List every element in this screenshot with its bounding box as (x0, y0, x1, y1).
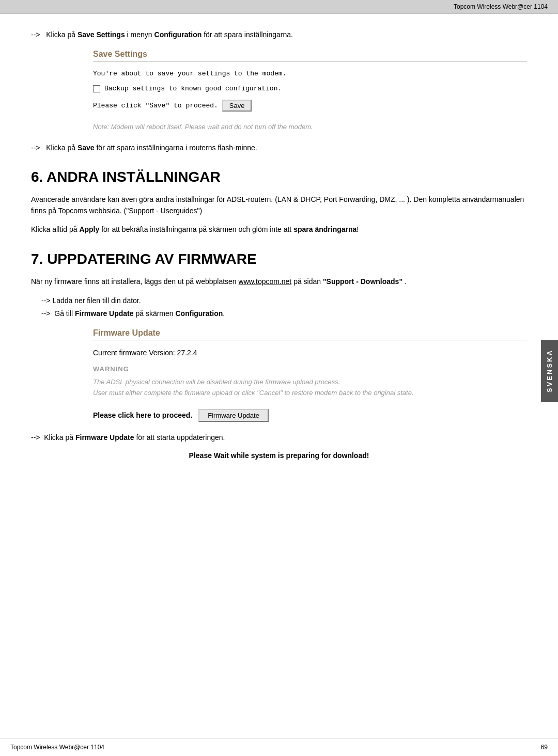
firmware-update-bold2: Firmware Update (75, 433, 134, 442)
firmware-version: 27.2.4 (177, 349, 197, 357)
arrow-sym: --> (31, 30, 40, 39)
apply-bold: Apply (79, 225, 99, 233)
page-wrapper: Topcom Wireless Webr@cer 1104 SVENSKA --… (0, 0, 558, 756)
save-settings-title: Save Settings (93, 50, 527, 59)
firmware-steps: --> Ladda ner filen till din dator. --> … (41, 294, 527, 320)
chapter7-intro: När ny firmware finns att installera, lä… (31, 276, 527, 287)
save-button[interactable]: Save (222, 100, 252, 112)
spara-bold: spara ändringarna (293, 225, 357, 233)
note-text: Note: Modem will reboot itself. Please w… (93, 123, 313, 131)
save-settings-block: You're about to save your settings to th… (93, 70, 527, 112)
support-downloads-bold: "Support - Downloads" (323, 277, 402, 286)
footer-right: 69 (541, 744, 548, 751)
content-area: SVENSKA --> Klicka på Save Settings i me… (0, 14, 558, 738)
arrow-save-step: --> Klicka på Save för att spara inställ… (31, 143, 527, 153)
top-bar: Topcom Wireless Webr@cer 1104 (0, 0, 558, 14)
please-wait-text: Please Wait while system is preparing fo… (31, 451, 527, 460)
configuration-bold2: Configuration (176, 309, 223, 318)
warning-line1: The ADSL physical connection will be dis… (93, 378, 340, 386)
note-block: Note: Modem will reboot itself. Please w… (93, 122, 527, 132)
firmware-section-title: Firmware Update (93, 328, 527, 338)
firmware-update-button[interactable]: Firmware Update (198, 409, 269, 422)
top-intro: --> Klicka på Save Settings i menyn Conf… (31, 29, 527, 40)
topcom-link[interactable]: www.topcom.net (239, 277, 292, 286)
warning-block: WARNING The ADSL physical connection wil… (93, 364, 527, 398)
firmware-step2: --> Gå till Firmware Update på skärmen C… (41, 307, 527, 320)
firmware-update-bold: Firmware Update (75, 309, 134, 318)
firmware-click-note: --> Klicka på Firmware Update för att st… (31, 432, 527, 443)
firmware-update-box: Current firmware Version: 27.2.4 WARNING… (93, 349, 527, 421)
save-proceed-line: Please click "Save" to proceed. Save (93, 100, 527, 112)
backup-checkbox-line: Backup settings to known good configurat… (93, 85, 527, 92)
svenska-tab[interactable]: SVENSKA (541, 340, 558, 402)
save-settings-bold: Save Settings (78, 30, 125, 39)
arrow-save-sym: --> (31, 144, 40, 152)
firmware-step1: --> Ladda ner filen till din dator. (41, 294, 527, 307)
backup-label: Backup settings to known good configurat… (104, 85, 282, 92)
apply-note: Klicka alltid på Apply för att bekräfta … (31, 224, 527, 235)
save-bold: Save (78, 144, 95, 152)
current-firmware: Current firmware Version: 27.2.4 (93, 349, 527, 357)
firmware-section-divider (93, 340, 527, 340)
backup-checkbox[interactable] (93, 85, 100, 92)
chapter7-heading: 7. UPPDATERING AV FIRMWARE (31, 251, 527, 267)
save-line1: You're about to save your settings to th… (93, 70, 527, 77)
warning-title: WARNING (93, 364, 527, 375)
footer-left: Topcom Wireless Webr@cer 1104 (10, 744, 104, 751)
configuration-bold: Configuration (154, 30, 202, 39)
save-settings-divider (93, 61, 527, 61)
chapter6-heading: 6. ANDRA INSTÄLLNINGAR (31, 169, 527, 185)
chapter6-intro: Avancerade användare kan även göra andra… (31, 194, 527, 217)
proceed-bold-text: Please click here to proceed. (93, 411, 192, 419)
header-title: Topcom Wireless Webr@cer 1104 (454, 3, 548, 10)
firmware-proceed-line: Please click here to proceed. Firmware U… (93, 409, 527, 422)
warning-line2: User must either complete the firmware u… (93, 389, 414, 397)
save-proceed-text: Please click "Save" to proceed. (93, 102, 218, 109)
svenska-container: SVENSKA (541, 340, 558, 402)
bottom-bar: Topcom Wireless Webr@cer 1104 69 (0, 738, 558, 756)
